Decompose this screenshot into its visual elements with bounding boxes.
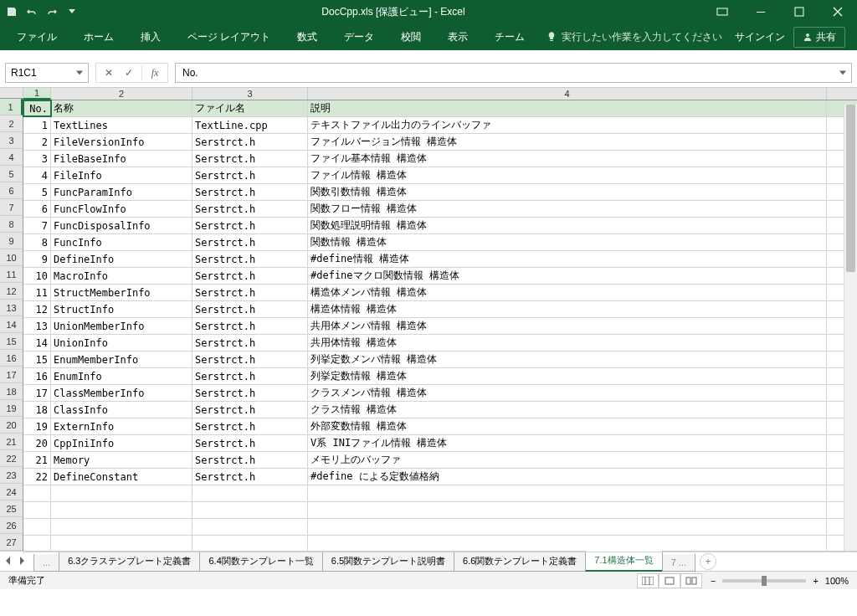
cell[interactable]: DefineConstant: [51, 469, 192, 485]
cell[interactable]: [51, 519, 192, 535]
cell[interactable]: 18: [23, 402, 51, 418]
cell[interactable]: Memory: [51, 452, 192, 468]
cell[interactable]: 9: [23, 251, 51, 267]
cell[interactable]: Serstrct.h: [192, 167, 308, 183]
name-box[interactable]: R1C1: [5, 63, 89, 83]
row-header[interactable]: 26: [0, 517, 23, 534]
cell[interactable]: Serstrct.h: [192, 285, 308, 300]
cell[interactable]: Serstrct.h: [192, 218, 308, 234]
cell[interactable]: [51, 485, 192, 501]
cell[interactable]: 列挙定数メンバ情報 構造体: [308, 352, 827, 367]
cell[interactable]: 関数フロー情報 構造体: [308, 201, 827, 217]
cell[interactable]: [192, 485, 308, 501]
formula-input[interactable]: No.: [175, 63, 852, 83]
row-header[interactable]: 15: [0, 333, 23, 350]
cell[interactable]: 16: [23, 368, 51, 384]
col-header-1[interactable]: 1: [23, 88, 51, 100]
cell[interactable]: 関数処理説明情報 構造体: [308, 218, 827, 234]
cell[interactable]: 14: [23, 335, 51, 351]
cell[interactable]: #define情報 構造体: [308, 251, 827, 267]
cell[interactable]: UnionMemberInfo: [51, 318, 192, 334]
cell[interactable]: 5: [23, 184, 51, 200]
page-break-view-icon[interactable]: [680, 573, 702, 588]
cell[interactable]: Serstrct.h: [192, 151, 308, 167]
row-header[interactable]: 7: [0, 199, 23, 216]
cell[interactable]: 17: [23, 385, 51, 401]
cell[interactable]: ファイルバージョン情報 構造体: [308, 134, 827, 150]
cell[interactable]: UnionInfo: [51, 335, 192, 351]
cell[interactable]: Serstrct.h: [192, 234, 308, 250]
cell[interactable]: メモリ上のバッファ: [308, 452, 827, 468]
sheet-tab-overflow-right[interactable]: 7 ...: [662, 554, 695, 572]
cell[interactable]: FuncInfo: [51, 234, 192, 250]
tab-file[interactable]: ファイル: [3, 25, 70, 49]
cell[interactable]: FuncParamInfo: [51, 184, 192, 200]
cell[interactable]: 22: [23, 469, 51, 485]
cell[interactable]: Serstrct.h: [192, 352, 308, 367]
close-icon[interactable]: [819, 0, 857, 23]
cell[interactable]: Serstrct.h: [192, 201, 308, 217]
zoom-in-icon[interactable]: +: [813, 576, 818, 586]
cell[interactable]: Serstrct.h: [192, 402, 308, 418]
signin-link[interactable]: サインイン: [735, 30, 785, 44]
cell[interactable]: 7: [23, 218, 51, 234]
tab-view[interactable]: 表示: [434, 25, 481, 49]
cell[interactable]: EnumInfo: [51, 368, 192, 384]
cell[interactable]: Serstrct.h: [192, 268, 308, 284]
sheet-tab[interactable]: 6.4関数テンプレート一覧: [199, 552, 322, 572]
row-header[interactable]: 2: [0, 116, 23, 132]
cell[interactable]: Serstrct.h: [192, 385, 308, 401]
row-header[interactable]: 22: [0, 450, 23, 467]
tab-formulas[interactable]: 数式: [284, 25, 331, 49]
col-header-2[interactable]: 2: [51, 88, 192, 100]
cell[interactable]: [308, 502, 827, 518]
cell[interactable]: [23, 536, 51, 552]
vertical-scrollbar[interactable]: [844, 105, 857, 551]
row-header[interactable]: 17: [0, 367, 23, 383]
row-header[interactable]: 20: [0, 417, 23, 434]
cell[interactable]: Serstrct.h: [192, 435, 308, 451]
cell[interactable]: 外部変数情報 構造体: [308, 418, 827, 434]
col-header-3[interactable]: 3: [192, 88, 308, 100]
tab-data[interactable]: データ: [331, 25, 387, 49]
cancel-icon[interactable]: ✕: [101, 65, 116, 80]
cell[interactable]: 6: [23, 201, 51, 217]
cell[interactable]: MacroInfo: [51, 268, 192, 284]
row-header[interactable]: 1: [0, 99, 23, 116]
cell[interactable]: 関数引数情報 構造体: [308, 184, 827, 200]
cell[interactable]: Serstrct.h: [192, 335, 308, 351]
tab-team[interactable]: チーム: [481, 25, 538, 49]
tab-home[interactable]: ホーム: [70, 25, 127, 49]
qat-dropdown-icon[interactable]: [65, 5, 79, 18]
col-header-4[interactable]: 4: [308, 88, 827, 100]
sheet-tab[interactable]: 6.6関数テンプレート定義書: [454, 552, 586, 572]
row-header[interactable]: 5: [0, 166, 23, 182]
cell[interactable]: Serstrct.h: [192, 301, 308, 317]
row-header[interactable]: 9: [0, 233, 23, 249]
cell[interactable]: ClassInfo: [51, 402, 192, 418]
cell[interactable]: 列挙定数情報 構造体: [308, 368, 827, 384]
sheet-tab[interactable]: 7.1構造体一覧: [585, 551, 662, 572]
cell[interactable]: [23, 485, 51, 501]
undo-icon[interactable]: [25, 5, 38, 18]
cell[interactable]: TextLine.cpp: [192, 117, 308, 133]
cell[interactable]: 20: [23, 435, 51, 451]
cell[interactable]: TextLines: [51, 117, 192, 133]
tab-next-icon[interactable]: [18, 557, 28, 567]
cell[interactable]: StructMemberInfo: [51, 285, 192, 300]
cell[interactable]: 15: [23, 352, 51, 367]
normal-view-icon[interactable]: [637, 573, 659, 588]
cell[interactable]: [308, 519, 827, 535]
ribbon-display-icon[interactable]: [703, 0, 742, 23]
cell[interactable]: ファイル基本情報 構造体: [308, 151, 827, 167]
row-header[interactable]: 6: [0, 182, 23, 199]
share-button[interactable]: 共有: [793, 27, 845, 48]
cell[interactable]: 説明: [308, 100, 827, 116]
cell[interactable]: ClassMemberInfo: [51, 385, 192, 401]
row-header[interactable]: 24: [0, 484, 23, 501]
cell[interactable]: CppIniInfo: [51, 435, 192, 451]
cell[interactable]: [192, 536, 308, 552]
cell[interactable]: ファイル名: [192, 100, 308, 116]
zoom-thumb[interactable]: [762, 576, 767, 586]
row-header[interactable]: 16: [0, 350, 23, 367]
